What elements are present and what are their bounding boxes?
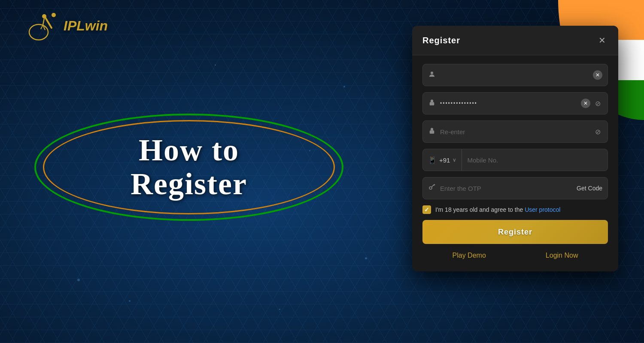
play-demo-link[interactable]: Play Demo xyxy=(453,252,486,259)
how-to-register-section: How to Register xyxy=(26,107,352,227)
password-value: •••••••••••••• xyxy=(440,93,577,114)
svg-line-1 xyxy=(45,17,52,28)
phone-field-group: 📱 +91 ∨ xyxy=(422,149,608,171)
bottom-links: Play Demo Login Now xyxy=(422,250,608,261)
reenter-password-input[interactable] xyxy=(440,121,589,142)
password-toggle-button[interactable]: ⊘ xyxy=(593,99,602,108)
svg-point-2 xyxy=(42,14,46,18)
phone-number-input[interactable] xyxy=(462,149,608,171)
how-to-text: How to Register xyxy=(131,133,247,201)
password-actions: ✕ ⊘ xyxy=(581,99,602,108)
reenter-toggle-button[interactable]: ⊘ xyxy=(593,127,602,136)
key-icon xyxy=(428,184,436,193)
otp-field-group: Get Code xyxy=(422,177,608,199)
username-field-group: ✕ xyxy=(422,64,608,86)
lock-icon-password xyxy=(428,99,436,108)
agree-checkbox[interactable]: ✓ xyxy=(422,205,431,214)
logo-text: IPLwin xyxy=(64,18,108,34)
register-modal: Register ✕ ✕ xyxy=(412,26,618,271)
svg-line-3 xyxy=(43,18,44,25)
modal-header: Register ✕ xyxy=(412,26,618,55)
get-code-button[interactable]: Get Code xyxy=(577,185,602,192)
svg-point-7 xyxy=(431,72,433,74)
svg-point-10 xyxy=(429,187,432,190)
lock-icon-reenter xyxy=(428,127,436,136)
username-actions: ✕ xyxy=(593,70,602,80)
close-button[interactable]: ✕ xyxy=(596,34,608,46)
check-icon: ✓ xyxy=(424,206,429,213)
phone-flag-icon: 📱 xyxy=(428,156,437,164)
svg-rect-9 xyxy=(430,130,434,134)
register-button[interactable]: Register xyxy=(422,220,608,244)
user-protocol-link[interactable]: User protocol xyxy=(525,206,560,213)
logo-icon xyxy=(26,9,60,43)
logo[interactable]: IPLwin xyxy=(26,9,108,43)
username-clear-button[interactable]: ✕ xyxy=(593,70,602,80)
agree-text: I'm 18 years old and agree to the User p… xyxy=(435,206,560,213)
username-input[interactable] xyxy=(440,64,589,86)
modal-title: Register xyxy=(422,36,460,45)
login-now-link[interactable]: Login Now xyxy=(546,252,578,259)
user-icon xyxy=(428,70,436,80)
svg-point-0 xyxy=(29,24,48,40)
svg-line-4 xyxy=(41,25,43,29)
password-field-group: •••••••••••••• ✕ ⊘ xyxy=(422,92,608,114)
phone-prefix-selector[interactable]: 📱 +91 ∨ xyxy=(423,149,462,171)
svg-rect-8 xyxy=(430,102,434,105)
chevron-down-icon: ∨ xyxy=(453,157,456,163)
svg-point-6 xyxy=(52,13,56,17)
modal-body: ✕ •••••••••••••• ✕ ⊘ xyxy=(412,55,618,271)
reenter-password-group: ⊘ xyxy=(422,120,608,143)
password-clear-button[interactable]: ✕ xyxy=(581,99,590,108)
reenter-actions: ⊘ xyxy=(593,127,602,136)
phone-code: +91 xyxy=(439,156,450,164)
otp-input[interactable] xyxy=(440,178,572,199)
agree-row: ✓ I'm 18 years old and agree to the User… xyxy=(422,205,608,214)
